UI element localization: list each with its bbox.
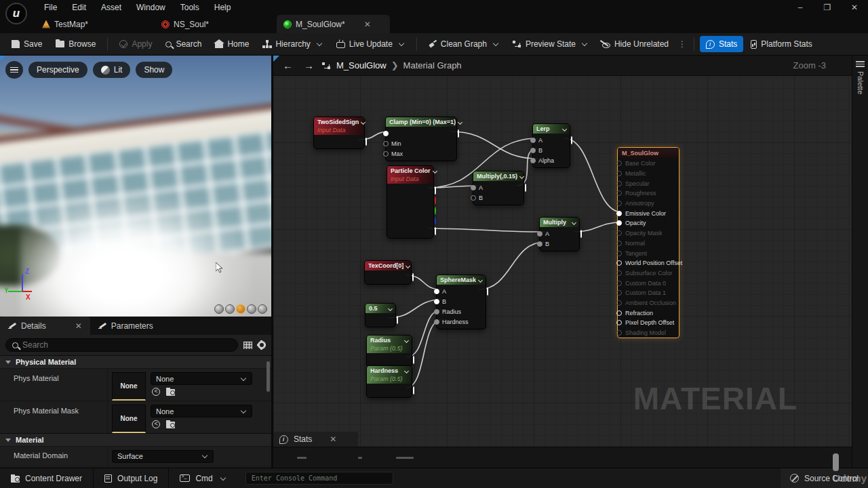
output-pin[interactable] bbox=[412, 273, 414, 281]
menu-help[interactable]: Help bbox=[207, 1, 239, 14]
section-physical-material[interactable]: Physical Material bbox=[0, 355, 271, 368]
material-input-pin[interactable] bbox=[616, 290, 622, 296]
graph-node-clamp[interactable]: Clamp (Min=0) (Max=1)MinMax bbox=[385, 117, 457, 161]
input-pin[interactable] bbox=[471, 185, 476, 190]
viewport-menu-icon[interactable] bbox=[5, 61, 23, 79]
breadcrumb-root[interactable]: M_SoulGlow bbox=[336, 60, 387, 70]
output-pin[interactable] bbox=[435, 197, 436, 205]
input-pin[interactable] bbox=[530, 158, 536, 163]
material-input-pin[interactable] bbox=[616, 270, 622, 276]
input-pin[interactable] bbox=[434, 319, 439, 325]
output-pin[interactable] bbox=[413, 356, 414, 364]
material-input-pin[interactable] bbox=[616, 320, 622, 325]
output-pin[interactable] bbox=[435, 217, 436, 225]
input-pin[interactable] bbox=[530, 138, 536, 143]
stats-button[interactable]: Stats bbox=[700, 36, 743, 52]
material-input-pin[interactable] bbox=[616, 161, 622, 166]
input-pin[interactable] bbox=[537, 241, 542, 247]
output-pin[interactable] bbox=[413, 386, 414, 394]
graph-node-twosidedsign[interactable]: TwoSidedSignInput Data bbox=[313, 117, 365, 149]
graph-node-radius-param[interactable]: RadiusParam (0.5) bbox=[366, 335, 412, 367]
search-input[interactable]: Search bbox=[5, 338, 238, 352]
input-pin[interactable] bbox=[383, 131, 389, 136]
material-input-pin[interactable] bbox=[616, 241, 622, 246]
browse-button[interactable]: Browse bbox=[50, 36, 102, 52]
search-button[interactable]: Search bbox=[159, 36, 208, 52]
shape-plane-button[interactable] bbox=[236, 304, 245, 314]
graph-node-spheremask[interactable]: SphereMaskABRadiusHardness bbox=[436, 274, 486, 329]
input-pin[interactable] bbox=[383, 141, 389, 146]
output-pin[interactable] bbox=[435, 186, 436, 195]
chevron-down-icon[interactable] bbox=[562, 126, 567, 131]
more-options-icon[interactable]: ⋮ bbox=[676, 39, 688, 49]
output-pin[interactable] bbox=[458, 129, 459, 138]
graph-node-material-result[interactable]: M_SoulGlowBase ColorMetallicSpecularRoug… bbox=[617, 147, 679, 338]
forward-arrow-icon[interactable]: → bbox=[301, 60, 317, 71]
palette-sidebar[interactable]: Palette bbox=[852, 56, 868, 468]
material-graph-canvas[interactable]: TwoSidedSignInput DataClamp (Min=0) (Max… bbox=[273, 56, 852, 468]
menu-edit[interactable]: Edit bbox=[64, 1, 94, 14]
graph-node-hardness-param[interactable]: HardnessParam (0.5) bbox=[366, 365, 412, 398]
perspective-button[interactable]: Perspective bbox=[28, 62, 87, 78]
shape-cube-button[interactable] bbox=[247, 304, 256, 314]
tab-close-icon[interactable]: ✕ bbox=[364, 20, 371, 28]
output-pin[interactable] bbox=[397, 316, 398, 324]
material-input-pin[interactable] bbox=[616, 281, 622, 286]
settings-gear-icon[interactable] bbox=[258, 341, 266, 349]
stats-close-icon[interactable]: ✕ bbox=[330, 435, 336, 443]
material-domain-dropdown[interactable]: Surface bbox=[112, 450, 214, 463]
tab-m-soulglow[interactable]: M_SoulGlow* ✕ bbox=[277, 15, 390, 33]
menu-file[interactable]: File bbox=[37, 1, 64, 14]
live-update-button[interactable]: Live Update bbox=[330, 36, 411, 52]
graph-node-texcoord[interactable]: TexCoord[0] bbox=[364, 260, 412, 285]
apply-button[interactable]: Apply bbox=[113, 36, 158, 52]
use-selected-icon[interactable] bbox=[152, 420, 160, 428]
graph-node-multiply-015[interactable]: Multiply(,0.15)AB bbox=[473, 171, 524, 205]
stats-tab[interactable]: Stats ✕ bbox=[273, 432, 358, 447]
material-input-pin[interactable] bbox=[616, 201, 622, 206]
graph-scrollbar[interactable] bbox=[833, 453, 839, 471]
output-pin[interactable] bbox=[366, 138, 367, 146]
content-drawer-button[interactable]: Content Drawer bbox=[0, 468, 94, 488]
material-input-pin[interactable] bbox=[616, 251, 622, 256]
output-pin[interactable] bbox=[525, 184, 526, 192]
output-pin[interactable] bbox=[435, 227, 436, 235]
chevron-down-icon[interactable] bbox=[478, 277, 483, 282]
lit-mode-button[interactable]: Lit bbox=[93, 62, 131, 78]
input-pin[interactable] bbox=[383, 151, 389, 157]
output-pin[interactable] bbox=[571, 136, 572, 144]
material-input-pin[interactable] bbox=[616, 260, 622, 266]
chevron-down-icon[interactable] bbox=[406, 263, 410, 268]
shape-cylinder-button[interactable] bbox=[214, 304, 224, 314]
platform-stats-button[interactable]: Platform Stats bbox=[745, 36, 818, 52]
palette-menu-icon[interactable] bbox=[856, 61, 865, 67]
chevron-down-icon[interactable] bbox=[388, 306, 393, 310]
input-pin[interactable] bbox=[434, 289, 439, 294]
menu-asset[interactable]: Asset bbox=[94, 1, 129, 14]
shape-sphere-button[interactable] bbox=[225, 304, 235, 314]
phys-material-mask-dropdown[interactable]: None bbox=[151, 405, 252, 418]
console-command-input[interactable]: Enter Console Command bbox=[245, 472, 393, 485]
input-pin[interactable] bbox=[434, 299, 439, 304]
source-control-button[interactable]: Source Control Udemy bbox=[781, 468, 868, 488]
graph-wire[interactable] bbox=[564, 138, 622, 212]
material-input-pin[interactable] bbox=[616, 211, 622, 216]
preview-viewport[interactable]: Perspective Lit Show Z X Y bbox=[0, 56, 271, 317]
details-close-icon[interactable]: ✕ bbox=[75, 322, 82, 330]
graph-wire[interactable] bbox=[450, 131, 538, 159]
tab-testmap[interactable]: TestMap* bbox=[35, 15, 95, 33]
material-input-pin[interactable] bbox=[616, 181, 622, 186]
material-input-pin[interactable] bbox=[616, 230, 622, 236]
menu-tools[interactable]: Tools bbox=[173, 1, 207, 14]
graph-wire[interactable] bbox=[479, 242, 545, 289]
close-button[interactable]: ✕ bbox=[841, 0, 868, 15]
input-pin[interactable] bbox=[537, 231, 542, 237]
show-button[interactable]: Show bbox=[136, 62, 172, 78]
details-scrollbar[interactable] bbox=[267, 361, 270, 392]
breadcrumb-leaf[interactable]: Material Graph bbox=[403, 60, 462, 70]
chevron-down-icon[interactable] bbox=[404, 338, 409, 342]
phys-material-mask-thumbnail[interactable]: None bbox=[112, 405, 146, 433]
tab-ns-soul[interactable]: NS_Soul* bbox=[155, 15, 216, 33]
back-arrow-icon[interactable]: ← bbox=[280, 60, 296, 71]
material-input-pin[interactable] bbox=[616, 300, 622, 306]
